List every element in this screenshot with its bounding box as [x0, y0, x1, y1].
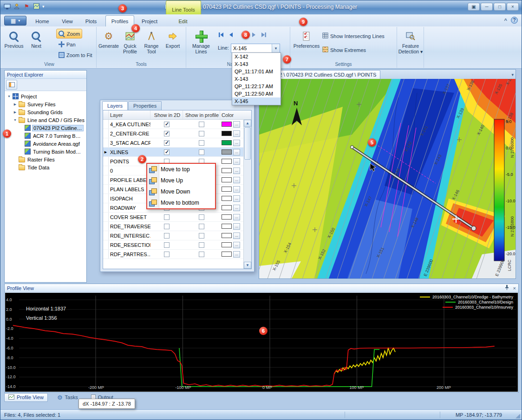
color-picker-button[interactable]: ...	[233, 130, 240, 137]
show-in-profile-checkbox[interactable]	[199, 214, 204, 220]
color-swatch[interactable]	[222, 205, 232, 210]
color-picker-button[interactable]: ...	[233, 233, 240, 239]
show-in-2d-checkbox[interactable]	[164, 252, 170, 257]
line-option[interactable]: X-142	[232, 53, 281, 60]
color-picker-button[interactable]: ...	[233, 177, 240, 183]
switch-window-button[interactable]: ▣	[468, 3, 480, 11]
range-tool-button[interactable]: Range Tool	[141, 28, 162, 61]
color-swatch[interactable]	[222, 131, 232, 136]
tree-expander-icon[interactable]: ▼	[13, 118, 17, 122]
color-swatch[interactable]	[222, 233, 232, 238]
scrollbar-thumb[interactable]	[244, 127, 251, 160]
context-menu-item[interactable]: Move Down	[147, 186, 215, 197]
tab-properties[interactable]: Properties	[128, 101, 162, 110]
color-swatch[interactable]	[222, 224, 232, 229]
zoom-to-fit-button[interactable]: Zoom to Fit	[56, 50, 95, 60]
color-swatch[interactable]	[222, 149, 232, 155]
generate-button[interactable]: ⚙ Generate	[98, 28, 119, 61]
zoom-button[interactable]: Zoom	[56, 29, 82, 39]
close-button[interactable]: ×	[507, 3, 519, 11]
show-in-profile-checkbox[interactable]	[199, 149, 204, 155]
show-in-profile-checkbox[interactable]	[199, 140, 204, 146]
legend-entry[interactable]: 20160303_Channel10/Insurvey	[443, 305, 513, 310]
column-header-color[interactable]: Color	[220, 110, 244, 119]
color-picker-button[interactable]: ...	[233, 186, 240, 193]
tab-home[interactable]: Home	[30, 16, 54, 26]
profile-chart-area[interactable]: 4.02.00.0-2.0-4.0-6.0-8.0-10.0-12.0-14.0…	[5, 293, 518, 392]
next-line-button[interactable]	[249, 31, 258, 39]
tree-item[interactable]: ▶Survey Files	[5, 100, 86, 108]
table-row[interactable]: 3_STAC ACL ACR...	[103, 138, 251, 148]
color-picker-button[interactable]: ...	[233, 158, 240, 165]
close-panel-icon[interactable]: ×	[513, 285, 516, 291]
line-end-handle[interactable]	[471, 226, 476, 231]
legend-entry[interactable]: 20160303_Channel10/Dredge - Bathymetry	[420, 295, 513, 299]
legend-entry[interactable]: 20160303_Channel10/Design	[445, 300, 513, 304]
last-line-button[interactable]	[260, 31, 268, 39]
show-in-2d-checkbox[interactable]	[164, 233, 170, 239]
tab-list-chevron-icon[interactable]: ▾	[511, 72, 514, 77]
show-in-2d-checkbox[interactable]	[164, 214, 170, 220]
tab-layers[interactable]: Layers	[102, 101, 128, 110]
color-swatch[interactable]	[222, 252, 232, 257]
first-line-button[interactable]	[217, 31, 225, 39]
explorer-panel-button[interactable]	[6, 80, 17, 90]
line-option[interactable]: X-143	[232, 60, 281, 68]
show-in-profile-checkbox[interactable]	[199, 233, 204, 239]
show-in-2d-checkbox[interactable]	[164, 140, 170, 146]
show-in-2d-checkbox[interactable]	[164, 149, 170, 155]
tab-tasks[interactable]: ⚙ Tasks	[53, 393, 82, 402]
quick-profile-button[interactable]: Quick Profile	[119, 28, 141, 61]
pin-icon[interactable]	[504, 285, 509, 291]
show-in-2d-checkbox[interactable]	[164, 131, 170, 136]
tree-item[interactable]: ACR 7.0 Turning B…	[5, 132, 86, 140]
tree-item[interactable]: Tide Data	[5, 163, 86, 171]
table-row[interactable]: RDE_RESECTION...	[103, 240, 251, 250]
show-in-profile-checkbox[interactable]	[199, 242, 204, 248]
color-picker-button[interactable]: ...	[233, 251, 240, 258]
color-swatch[interactable]	[222, 214, 232, 220]
pan-button[interactable]: Pan	[56, 39, 78, 49]
ribbon-collapse-icon[interactable]: ^	[504, 18, 507, 23]
tree-item[interactable]: 070423 PI2 Cutline…	[5, 124, 86, 132]
color-swatch[interactable]	[222, 140, 232, 145]
context-menu-item[interactable]: Move to bottom	[147, 197, 215, 208]
tree-expander-icon[interactable]: ▶	[13, 110, 17, 114]
show-intersecting-lines-button[interactable]: Show Intersecting Lines	[320, 31, 387, 41]
user-icon[interactable]	[13, 2, 21, 10]
tab-project[interactable]: Project	[136, 16, 163, 26]
show-in-2d-checkbox[interactable]	[164, 242, 170, 248]
computer-icon[interactable]	[3, 2, 11, 10]
preferences-button[interactable]: Preferences	[294, 28, 319, 61]
line-option[interactable]: X-143	[232, 75, 281, 83]
scroll-up-icon[interactable]: ▲	[244, 120, 251, 127]
show-in-profile-checkbox[interactable]	[199, 122, 204, 127]
tree-item[interactable]: ▶Sounding Grids	[5, 108, 86, 116]
tree-item[interactable]: Avoidance Areas.qgf	[5, 140, 86, 148]
table-row[interactable]: RDF_PARTRES…...	[103, 250, 251, 259]
tree-item[interactable]: Raster Files	[5, 155, 86, 163]
scroll-down-icon[interactable]: ▼	[244, 262, 251, 269]
table-row[interactable]: 2_CENTER-CRE...	[103, 129, 251, 138]
show-in-profile-checkbox[interactable]	[199, 224, 204, 229]
table-row[interactable]: RDE_INTERSEC…...	[103, 231, 251, 240]
qat-chevron-icon[interactable]: ▾	[42, 4, 45, 9]
color-swatch[interactable]	[222, 177, 232, 182]
line-start-handle[interactable]	[351, 146, 354, 149]
table-row[interactable]: ▶XLINES...	[103, 148, 251, 157]
color-picker-button[interactable]: ...	[233, 140, 240, 146]
column-header-show-in-2d[interactable]: Show in 2D	[150, 110, 183, 119]
maximize-button[interactable]: □	[494, 3, 506, 11]
show-in-2d-checkbox[interactable]	[164, 224, 170, 229]
show-extremes-button[interactable]: Show Extremes	[320, 45, 368, 55]
layers-scrollbar[interactable]: ▲ ▼	[243, 120, 251, 269]
column-header-show-in-profile[interactable]: Show in profile	[183, 110, 220, 119]
color-swatch[interactable]	[222, 187, 232, 192]
next-button[interactable]: Next	[26, 28, 47, 61]
show-in-profile-checkbox[interactable]	[199, 252, 204, 257]
color-picker-button[interactable]: ...	[233, 214, 240, 220]
color-swatch[interactable]	[222, 159, 232, 164]
line-combobox[interactable]: X-145 ▾	[231, 44, 280, 53]
tree-expander-icon[interactable]: ▶	[13, 103, 17, 106]
color-swatch[interactable]	[222, 242, 232, 247]
